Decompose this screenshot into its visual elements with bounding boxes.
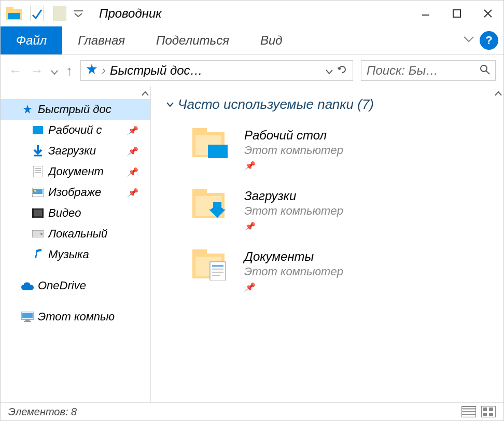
forward-button[interactable]: → [30,63,43,79]
tab-file[interactable]: Файл [1,26,62,54]
pictures-icon [32,186,44,199]
sidebar-item-label: Локальный [48,227,107,241]
folder-location: Этот компьютер [244,265,343,278]
desktop-icon [32,124,44,136]
folder-name: Документы [244,249,343,264]
sidebar-item-pictures[interactable]: Изображе 📌 [1,182,150,203]
downloads-icon [32,145,44,157]
sidebar-item-onedrive[interactable]: OneDrive [1,275,150,296]
svg-rect-1 [6,7,13,11]
sidebar-item-downloads[interactable]: Загрузки 📌 [1,141,150,161]
tab-share[interactable]: Поделиться [141,26,245,54]
svg-rect-24 [34,210,42,216]
quick-access-star-icon [86,63,97,78]
sidebar-item-label: Изображе [48,186,101,199]
folder-documents-icon [192,249,231,280]
sidebar-item-label: OneDrive [38,279,86,292]
breadcrumb[interactable]: Быстрый дос… [110,63,321,78]
svg-rect-41 [192,249,207,256]
new-folder-icon[interactable] [50,4,69,23]
svg-point-28 [40,233,43,235]
svg-rect-43 [210,262,226,280]
sidebar-item-quick-access[interactable]: Быстрый дос [1,99,150,120]
search-icon [480,63,490,78]
explorer-icon [5,4,23,23]
ribbon-collapse-icon[interactable] [463,36,474,45]
help-icon[interactable]: ? [480,31,498,50]
sidebar-item-local[interactable]: Локальный [1,223,150,244]
properties-icon[interactable] [27,4,46,23]
address-bar[interactable]: › Быстрый дос… [80,60,353,81]
svg-point-11 [481,65,487,72]
pin-icon: 📌 [127,125,137,135]
tab-home[interactable]: Главная [62,26,141,54]
folder-location: Этот компьютер [244,144,343,157]
address-dropdown-icon[interactable] [326,63,333,78]
videos-icon [32,207,44,219]
svg-rect-26 [42,208,44,218]
close-button[interactable] [472,1,503,26]
sidebar-item-label: Быстрый дос [38,103,111,116]
folder-item-desktop[interactable]: Рабочий стол Этот компьютер 📌 [192,128,488,171]
svg-rect-31 [25,319,30,321]
group-header[interactable]: Часто используемые папки (7) [166,96,488,113]
window-controls [410,1,503,26]
group-header-label: Часто используемые папки (7) [178,96,374,113]
sidebar-item-label: Музыка [48,248,89,261]
sidebar-item-music[interactable]: Музыка [1,244,150,265]
sidebar-item-desktop[interactable]: Рабочий с 📌 [1,120,150,141]
pin-icon: 📌 [244,282,343,292]
svg-rect-30 [22,313,33,318]
folder-location: Этот компьютер [244,204,343,218]
maximize-button[interactable] [441,1,472,26]
star-icon [21,103,34,116]
folder-name: Рабочий стол [244,128,343,143]
svg-rect-3 [30,6,44,21]
minimize-button[interactable] [410,1,441,26]
recent-dropdown-icon[interactable] [51,63,58,79]
documents-icon [32,165,44,178]
svg-rect-2 [8,13,20,19]
sidebar-item-documents[interactable]: Документ 📌 [1,161,150,182]
statusbar: Элементов: 8 [1,402,503,420]
titlebar: Проводник [1,1,503,26]
tab-view[interactable]: Вид [245,26,298,54]
pin-icon: 📌 [127,146,137,156]
quick-access-toolbar [1,4,83,23]
sidebar-item-videos[interactable]: Видео [1,203,150,223]
svg-point-22 [34,190,36,192]
refresh-icon[interactable] [337,63,347,78]
pin-icon: 📌 [127,167,137,177]
sidebar-scroll-up[interactable] [140,86,150,102]
navbar: ← → ↑ › Быстрый дос… Поиск: Бы… [1,55,503,86]
sidebar-item-label: Загрузки [48,144,96,158]
back-button[interactable]: ← [8,63,22,79]
sidebar: Быстрый дос Рабочий с 📌 Загрузки 📌 Докум… [1,86,151,402]
folder-desktop-icon [192,128,231,159]
view-large-icons-icon[interactable] [481,406,496,417]
pin-icon: 📌 [244,221,343,231]
search-input[interactable]: Поиск: Бы… [361,60,496,81]
sidebar-item-label: Рабочий с [48,123,102,137]
folder-item-documents[interactable]: Документы Этот компьютер 📌 [192,249,488,292]
view-details-icon[interactable] [461,406,476,417]
content-scroll-up[interactable] [493,86,503,102]
window-title: Проводник [99,6,410,21]
svg-rect-25 [32,208,34,218]
music-icon [32,248,44,261]
svg-rect-16 [33,166,43,177]
pin-icon: 📌 [127,188,137,198]
sidebar-item-label: Видео [48,206,81,220]
folder-item-downloads[interactable]: Загрузки Этот компьютер 📌 [192,189,488,231]
svg-rect-38 [192,189,207,195]
status-item-count: Элементов: 8 [8,406,77,418]
sidebar-item-this-pc[interactable]: Этот компью [1,306,150,327]
up-button[interactable]: ↑ [66,63,73,79]
svg-rect-32 [24,321,31,322]
svg-marker-10 [87,64,97,74]
qat-dropdown-icon[interactable] [73,8,83,19]
sidebar-item-label: Этот компью [38,310,115,324]
pin-icon: 📌 [244,161,343,171]
svg-rect-7 [453,10,460,17]
svg-rect-14 [33,126,43,134]
